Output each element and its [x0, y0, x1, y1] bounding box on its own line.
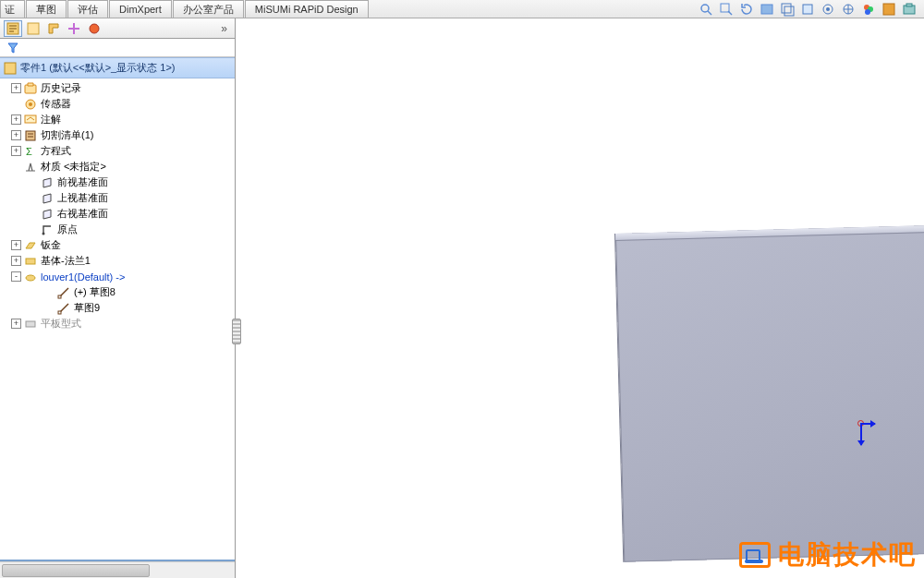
louver-icon	[23, 270, 38, 284]
expand-spacer	[44, 287, 55, 297]
tree-node[interactable]: +基体-法兰1	[2, 253, 235, 269]
tree-node[interactable]: +平板型式	[2, 316, 235, 331]
flatpattern-icon	[23, 317, 38, 331]
tree-root-header[interactable]: 零件1 (默认<<默认>_显示状态 1>)	[0, 57, 235, 78]
expand-spacer	[28, 224, 38, 235]
svg-rect-2	[721, 4, 729, 12]
expand-toggle[interactable]: +	[11, 319, 21, 329]
tree-node-label: 历史记录	[41, 81, 81, 95]
tab-sketch[interactable]: 草图	[26, 0, 67, 18]
expand-spacer	[11, 162, 21, 172]
tree-node[interactable]: +钣金	[2, 237, 235, 253]
expand-toggle[interactable]: +	[11, 146, 21, 156]
feature-manager-tab[interactable]	[4, 20, 22, 37]
appearance-icon[interactable]	[861, 2, 876, 17]
triad-x-axis-icon	[860, 423, 875, 425]
svg-rect-26	[26, 131, 35, 140]
tree-node[interactable]: -louver1(Default) ->	[2, 269, 235, 284]
zoom-fit-icon[interactable]	[699, 2, 713, 17]
expand-toggle[interactable]: +	[11, 114, 21, 125]
expand-toggle[interactable]: +	[11, 240, 21, 250]
sensor-icon	[23, 97, 38, 112]
panel-tab-strip: »	[0, 18, 235, 39]
sketch-icon	[56, 285, 71, 300]
tree-filter-row[interactable]	[0, 39, 235, 57]
material-icon	[23, 160, 38, 175]
svg-rect-5	[782, 4, 791, 13]
svg-point-9	[826, 7, 830, 11]
tree-node[interactable]: 上视基准面	[2, 190, 235, 206]
configuration-manager-tab[interactable]	[44, 20, 63, 37]
tab-misumi[interactable]: MiSUMi RAPiD Design	[245, 0, 369, 18]
svg-rect-18	[28, 23, 39, 34]
tree-node[interactable]: 传感器	[2, 96, 235, 112]
section-icon[interactable]	[760, 2, 774, 17]
zoom-area-icon[interactable]	[719, 2, 734, 17]
svg-rect-32	[58, 311, 61, 314]
expand-spacer	[28, 177, 38, 187]
sketch-icon	[56, 301, 71, 316]
tree-node[interactable]: +切割清单(1)	[2, 127, 235, 143]
sheetmetal-part-body[interactable]	[614, 220, 924, 562]
plane-icon	[40, 191, 55, 206]
view-settings-icon[interactable]	[841, 2, 856, 17]
tab-zheng[interactable]: 证	[0, 0, 25, 18]
sheetmetal-icon	[23, 238, 38, 253]
property-manager-tab[interactable]	[24, 20, 43, 37]
hide-show-icon[interactable]	[800, 2, 815, 17]
tree-node[interactable]: +历史记录	[2, 80, 235, 96]
expand-toggle[interactable]: +	[11, 83, 21, 93]
tree-node-label: 传感器	[41, 97, 71, 111]
tree-root-label: 零件1 (默认<<默认>_显示状态 1>)	[20, 61, 176, 75]
display-manager-tab[interactable]	[85, 20, 103, 37]
svg-rect-7	[803, 5, 812, 14]
svg-text:Σ: Σ	[26, 146, 32, 157]
tree-node[interactable]: (+) 草图8	[2, 284, 235, 300]
plane-icon	[40, 207, 55, 222]
expand-spacer	[11, 99, 21, 109]
tree-node-label: 平板型式	[41, 317, 81, 331]
part-top-edge	[615, 220, 924, 241]
display-style-icon[interactable]	[780, 2, 795, 17]
tree-node[interactable]: 草图9	[2, 300, 235, 316]
tree-node[interactable]: +Σ方程式	[2, 143, 235, 159]
tree-node-label: louver1(Default) ->	[41, 271, 125, 283]
svg-rect-6	[784, 6, 794, 16]
tab-evaluate[interactable]: 评估	[67, 0, 108, 18]
tree-node-label: 前视基准面	[57, 175, 108, 189]
tree-node-label: 材质 <未指定>	[41, 160, 106, 174]
svg-rect-21	[5, 63, 16, 74]
tree-horizontal-scrollbar[interactable]	[0, 561, 235, 578]
dimxpert-manager-tab[interactable]	[65, 20, 83, 37]
annotation-icon	[23, 113, 38, 127]
rotate-view-icon[interactable]	[739, 2, 754, 17]
svg-rect-33	[26, 321, 35, 327]
svg-point-13	[865, 9, 870, 15]
filter-icon	[7, 42, 18, 54]
tree-node-label: 右视基准面	[57, 207, 108, 221]
tree-node[interactable]: 前视基准面	[2, 175, 235, 190]
part-icon	[4, 62, 17, 75]
graphics-viewport[interactable]: 电脑技术吧	[236, 18, 924, 578]
tab-dimxpert[interactable]: DimXpert	[109, 0, 172, 18]
tree-node[interactable]: 材质 <未指定>	[2, 159, 235, 175]
tree-node-label: 基体-法兰1	[41, 254, 91, 268]
render-icon[interactable]	[881, 2, 896, 17]
expand-toggle[interactable]: +	[11, 256, 21, 266]
screen-capture-icon[interactable]	[902, 2, 917, 17]
scene-icon[interactable]	[821, 2, 835, 17]
panel-tabs-overflow[interactable]: »	[221, 22, 231, 35]
tab-office[interactable]: 办公室产品	[173, 0, 244, 18]
collapse-toggle[interactable]: -	[11, 271, 21, 282]
feature-tree[interactable]: +历史记录传感器+注解+切割清单(1)+Σ方程式材质 <未指定>前视基准面上视基…	[0, 78, 235, 558]
watermark: 电脑技术吧	[739, 537, 917, 572]
panel-splitter-grip[interactable]	[232, 319, 241, 344]
tree-node[interactable]: 右视基准面	[2, 206, 235, 222]
tree-node-label: 注解	[41, 113, 61, 126]
tree-node[interactable]: +注解	[2, 112, 235, 127]
feature-manager-panel: » 零件1 (默认<<默认>_显示状态 1>) +历史记录传感器+注解+切割清单…	[0, 18, 236, 578]
tree-node[interactable]: 原点	[2, 222, 235, 237]
scrollbar-thumb[interactable]	[2, 564, 150, 577]
expand-toggle[interactable]: +	[11, 130, 21, 140]
svg-point-0	[701, 5, 709, 12]
